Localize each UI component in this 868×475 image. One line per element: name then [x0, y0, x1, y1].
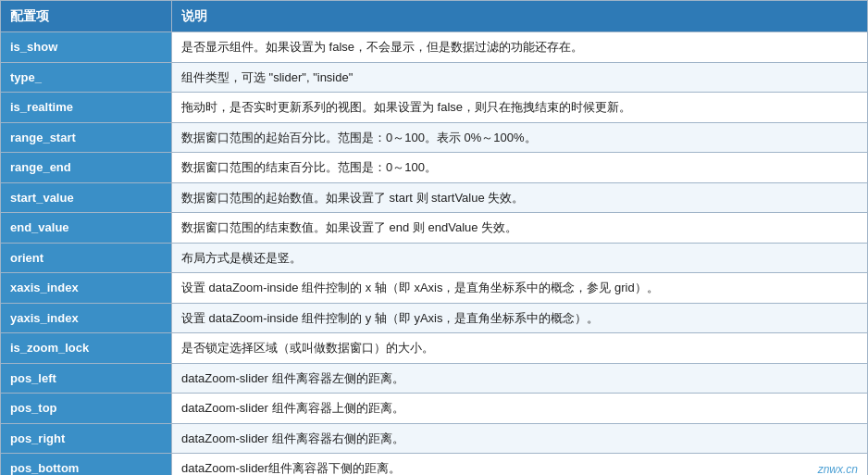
desc-cell: 拖动时，是否实时更新系列的视图。如果设置为 false，则只在拖拽结束的时候更新…	[172, 93, 868, 123]
config-cell: orient	[1, 243, 172, 273]
table-row: pos_bottomdataZoom-slider组件离容器下侧的距离。znwx…	[1, 454, 868, 476]
desc-cell: 设置 dataZoom-inside 组件控制的 x 轴（即 xAxis，是直角…	[172, 273, 868, 304]
desc-cell: dataZoom-slider组件离容器下侧的距离。znwx.cn	[172, 454, 868, 476]
config-cell: is_show	[1, 32, 172, 63]
config-cell: xaxis_index	[1, 273, 172, 304]
config-cell: pos_bottom	[1, 454, 172, 476]
desc-cell: 数据窗口范围的结束数值。如果设置了 end 则 endValue 失效。	[172, 213, 868, 244]
watermark: znwx.cn	[818, 461, 858, 476]
desc-cell: 数据窗口范围的结束百分比。范围是：0～100。	[172, 153, 868, 183]
table-row: pos_topdataZoom-slider 组件离容器上侧的距离。	[1, 394, 868, 424]
desc-cell: 布局方式是横还是竖。	[172, 243, 868, 273]
table-header-row: 配置项 说明	[1, 1, 868, 32]
table-row: xaxis_index设置 dataZoom-inside 组件控制的 x 轴（…	[1, 273, 868, 304]
config-cell: type_	[1, 62, 172, 93]
table-row: orient布局方式是横还是竖。	[1, 243, 868, 273]
table-row: pos_rightdataZoom-slider 组件离容器右侧的距离。	[1, 423, 868, 454]
desc-cell: dataZoom-slider 组件离容器上侧的距离。	[172, 394, 868, 424]
config-cell: start_value	[1, 182, 172, 213]
table-row: is_show是否显示组件。如果设置为 false，不会显示，但是数据过滤的功能…	[1, 32, 868, 63]
table-row: is_zoom_lock是否锁定选择区域（或叫做数据窗口）的大小。	[1, 333, 868, 364]
desc-cell: 组件类型，可选 "slider", "inside"	[172, 62, 868, 93]
config-cell: range_end	[1, 153, 172, 183]
header-desc: 说明	[172, 1, 868, 32]
desc-cell: dataZoom-slider 组件离容器左侧的距离。	[172, 363, 868, 394]
config-cell: is_realtime	[1, 93, 172, 123]
table-row: start_value数据窗口范围的起始数值。如果设置了 start 则 sta…	[1, 182, 868, 213]
desc-cell: dataZoom-slider 组件离容器右侧的距离。	[172, 423, 868, 454]
table-row: end_value数据窗口范围的结束数值。如果设置了 end 则 endValu…	[1, 213, 868, 244]
table-row: yaxis_index设置 dataZoom-inside 组件控制的 y 轴（…	[1, 303, 868, 333]
config-cell: pos_right	[1, 423, 172, 454]
desc-cell: 数据窗口范围的起始百分比。范围是：0～100。表示 0%～100%。	[172, 122, 868, 153]
config-cell: yaxis_index	[1, 303, 172, 333]
table-row: is_realtime拖动时，是否实时更新系列的视图。如果设置为 false，则…	[1, 93, 868, 123]
header-config: 配置项	[1, 1, 172, 32]
table-row: range_end数据窗口范围的结束百分比。范围是：0～100。	[1, 153, 868, 183]
config-cell: pos_top	[1, 394, 172, 424]
config-cell: end_value	[1, 213, 172, 244]
config-cell: range_start	[1, 122, 172, 153]
table-row: pos_leftdataZoom-slider 组件离容器左侧的距离。	[1, 363, 868, 394]
table-row: type_组件类型，可选 "slider", "inside"	[1, 62, 868, 93]
desc-cell: 是否锁定选择区域（或叫做数据窗口）的大小。	[172, 333, 868, 364]
table-row: range_start数据窗口范围的起始百分比。范围是：0～100。表示 0%～…	[1, 122, 868, 153]
desc-cell: 设置 dataZoom-inside 组件控制的 y 轴（即 yAxis，是直角…	[172, 303, 868, 333]
config-cell: is_zoom_lock	[1, 333, 172, 364]
desc-cell: 数据窗口范围的起始数值。如果设置了 start 则 startValue 失效。	[172, 182, 868, 213]
config-cell: pos_left	[1, 363, 172, 394]
config-table: 配置项 说明 is_show是否显示组件。如果设置为 false，不会显示，但是…	[0, 0, 868, 475]
desc-cell: 是否显示组件。如果设置为 false，不会显示，但是数据过滤的功能还存在。	[172, 32, 868, 63]
